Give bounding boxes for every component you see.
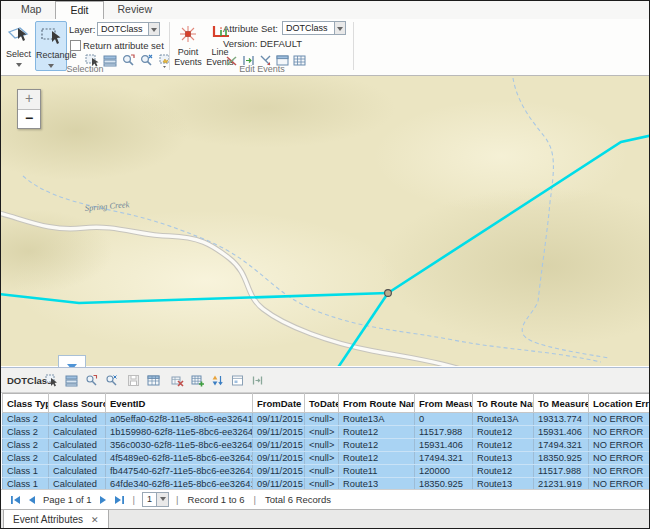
table-cell[interactable]: Route12 <box>339 426 415 439</box>
tab-edit[interactable]: Edit <box>55 1 103 19</box>
zoom-to-record-icon[interactable] <box>83 372 100 389</box>
add-record-icon[interactable] <box>189 372 206 389</box>
tab-event-attributes[interactable]: Event Attributes ✕ <box>3 510 109 529</box>
next-page-button[interactable] <box>96 493 112 507</box>
zoom-in-button[interactable]: + <box>18 90 40 109</box>
table-cell[interactable]: 21231.919 <box>534 478 589 490</box>
table-cell[interactable]: NO ERROR <box>589 465 650 478</box>
table-cell[interactable]: Route12 <box>473 465 534 478</box>
first-page-button[interactable] <box>7 493 23 507</box>
table-cell[interactable]: 120000 <box>415 465 473 478</box>
table-cell[interactable]: Calculated <box>49 439 106 452</box>
table-cell[interactable]: Calculated <box>49 465 106 478</box>
layer-combobox[interactable]: DOTClass <box>97 22 149 36</box>
table-cell[interactable]: 09/11/2015 <box>253 465 305 478</box>
table-cell[interactable]: Route13A <box>473 413 534 426</box>
column-header[interactable]: Class Source <box>49 394 106 413</box>
chevron-down-icon[interactable] <box>156 493 168 506</box>
previous-page-button[interactable] <box>23 493 39 507</box>
table-cell[interactable]: <null> <box>305 439 339 452</box>
show-selected-icon[interactable] <box>63 372 80 389</box>
table-cell[interactable]: 09/11/2015 <box>253 426 305 439</box>
table-row[interactable]: Class 2Calculateda05effa0-62f8-11e5-8bc6… <box>3 413 650 426</box>
column-header[interactable]: From Route Name <box>339 394 415 413</box>
close-icon[interactable]: ✕ <box>91 515 99 525</box>
route-junction-marker[interactable] <box>385 290 392 297</box>
route-event-line-northeast[interactable] <box>388 135 649 293</box>
column-header[interactable]: From Measure <box>415 394 473 413</box>
table-cell[interactable]: Class 2 <box>3 439 49 452</box>
table-cell[interactable]: 17494.321 <box>415 452 473 465</box>
route-event-line-south[interactable] <box>335 293 388 366</box>
table-cell[interactable]: Class 1 <box>3 465 49 478</box>
table-cell[interactable]: Route13 <box>339 478 415 490</box>
table-cell[interactable]: Calculated <box>49 413 106 426</box>
table-cell[interactable]: 09/11/2015 <box>253 413 305 426</box>
column-header[interactable]: FromDate <box>253 394 305 413</box>
split-record-icon[interactable] <box>249 372 266 389</box>
table-cell[interactable]: NO ERROR <box>589 413 650 426</box>
table-cell[interactable]: Class 2 <box>3 426 49 439</box>
pan-to-record-icon[interactable] <box>103 372 120 389</box>
table-cell[interactable]: 4f5489e0-62f8-11e5-8bc6-ee32641d5ec9 <box>106 452 253 465</box>
table-cell[interactable]: 18350.925 <box>415 478 473 490</box>
table-cell[interactable]: <null> <box>305 478 339 490</box>
table-row[interactable]: Class 2Calculated1b159980-62f8-11e5-8bc6… <box>3 426 650 439</box>
select-records-icon[interactable] <box>43 372 60 389</box>
tab-review[interactable]: Review <box>104 1 166 19</box>
last-page-button[interactable] <box>112 493 128 507</box>
table-cell[interactable]: <null> <box>305 452 339 465</box>
table-cell[interactable]: Route13 <box>473 452 534 465</box>
table-cell[interactable]: Route12 <box>473 439 534 452</box>
table-row[interactable]: Class 1Calculatedfb447540-62f7-11e5-8bc6… <box>3 465 650 478</box>
return-attribute-set-checkbox[interactable] <box>70 40 81 51</box>
table-cell[interactable]: <null> <box>305 426 339 439</box>
column-header[interactable]: To Route Name <box>473 394 534 413</box>
table-cell[interactable]: 1b159980-62f8-11e5-8bc6-ee32641d5ec9 <box>106 426 253 439</box>
layer-combobox-dropdown[interactable] <box>148 22 160 36</box>
table-row[interactable]: Class 2Calculated356c0030-62f8-11e5-8bc6… <box>3 439 650 452</box>
table-cell[interactable]: 19313.774 <box>534 413 589 426</box>
table-cell[interactable]: 64fde340-62f8-11e5-8bc6-ee32641d5ec9 <box>106 478 253 490</box>
table-cell[interactable]: NO ERROR <box>589 478 650 490</box>
attribute-set-combobox[interactable]: DOTClass <box>282 21 335 35</box>
table-cell[interactable]: Class 1 <box>3 478 49 490</box>
column-header[interactable]: ToDate <box>305 394 339 413</box>
switch-table-icon[interactable] <box>145 372 162 389</box>
attribute-set-dropdown[interactable] <box>334 21 346 35</box>
page-select[interactable]: 1 <box>142 492 169 507</box>
table-cell[interactable]: Route11 <box>339 465 415 478</box>
save-icon[interactable] <box>125 372 142 389</box>
table-cell[interactable]: <null> <box>305 413 339 426</box>
column-header[interactable]: EventID <box>106 394 253 413</box>
clear-selection-icon[interactable] <box>169 372 186 389</box>
table-cell[interactable]: Route13 <box>473 478 534 490</box>
table-cell[interactable]: Route13A <box>339 413 415 426</box>
map-canvas[interactable]: Spring Creek + − <box>1 76 649 366</box>
table-cell[interactable]: 09/11/2015 <box>253 439 305 452</box>
sort-icon[interactable] <box>209 372 226 389</box>
table-cell[interactable]: 356c0030-62f8-11e5-8bc6-ee32641d5ec9 <box>106 439 253 452</box>
table-cell[interactable]: 15931.406 <box>415 439 473 452</box>
table-cell[interactable]: 11517.988 <box>534 465 589 478</box>
table-cell[interactable]: 15931.406 <box>534 426 589 439</box>
table-cell[interactable]: fb447540-62f7-11e5-8bc6-ee32641d5ec9 <box>106 465 253 478</box>
zoom-out-button[interactable]: − <box>18 109 40 128</box>
table-row[interactable]: Class 1Calculated64fde340-62f8-11e5-8bc6… <box>3 478 650 490</box>
table-cell[interactable]: Route12 <box>339 452 415 465</box>
table-cell[interactable]: Calculated <box>49 478 106 490</box>
table-cell[interactable]: 11517.988 <box>415 426 473 439</box>
table-cell[interactable]: 0 <box>415 413 473 426</box>
table-cell[interactable]: Class 2 <box>3 413 49 426</box>
attribute-window-icon[interactable] <box>229 372 246 389</box>
column-header[interactable]: Location Error <box>589 394 650 413</box>
table-cell[interactable]: Calculated <box>49 426 106 439</box>
tab-map[interactable]: Map <box>7 1 55 19</box>
table-cell[interactable]: NO ERROR <box>589 452 650 465</box>
table-cell[interactable]: Route12 <box>339 439 415 452</box>
table-row[interactable]: Class 2Calculated4f5489e0-62f8-11e5-8bc6… <box>3 452 650 465</box>
table-cell[interactable]: 09/11/2015 <box>253 452 305 465</box>
table-cell[interactable]: a05effa0-62f8-11e5-8bc6-ee32641d5ec9 <box>106 413 253 426</box>
table-cell[interactable]: 09/11/2015 <box>253 478 305 490</box>
table-cell[interactable]: 18350.925 <box>534 452 589 465</box>
